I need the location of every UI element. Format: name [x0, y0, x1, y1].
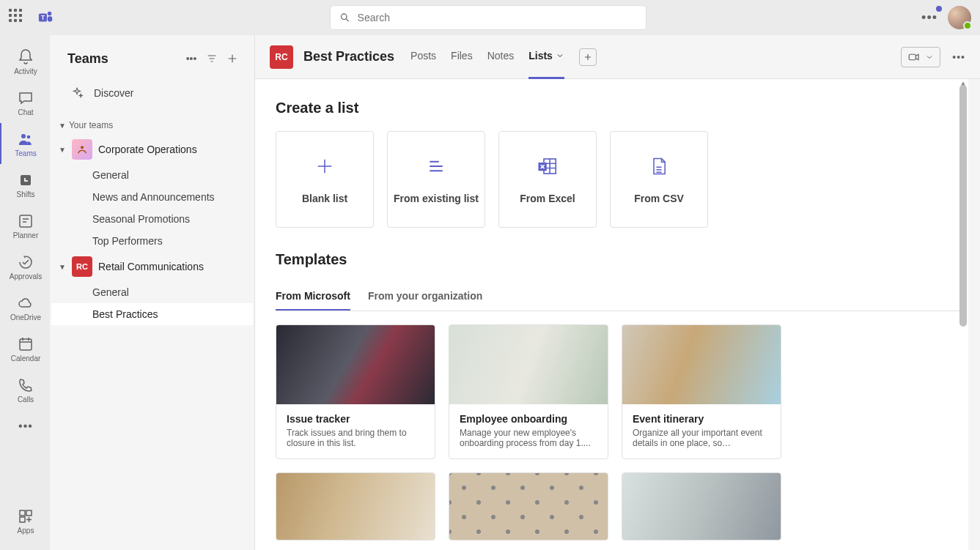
csv-icon [649, 155, 669, 177]
caret-down-icon: ▼ [59, 263, 66, 271]
meet-button[interactable] [901, 47, 940, 67]
rail-teams[interactable]: Teams [0, 123, 50, 164]
svg-point-4 [341, 14, 347, 20]
sidebar-title: Teams [67, 51, 181, 67]
sidebar-create-button[interactable] [222, 48, 243, 69]
settings-more-icon[interactable]: ••• [921, 10, 937, 26]
cloud-icon [17, 294, 34, 312]
discover-row[interactable]: Discover [50, 78, 254, 108]
people-icon [17, 130, 34, 148]
calendar-icon [17, 335, 34, 353]
your-teams-header[interactable]: ▼ Your teams [51, 117, 253, 135]
excel-icon [537, 155, 559, 177]
create-list-heading: Create a list [276, 100, 959, 116]
top-bar: T ••• [0, 0, 980, 35]
team-corporate-operations[interactable]: ▼ Corporate Operations [51, 135, 253, 164]
team-retail-communications[interactable]: ▼ RC Retail Communications [51, 252, 253, 281]
more-icon: ••• [186, 53, 197, 64]
user-avatar[interactable] [948, 6, 971, 29]
app-launcher-icon[interactable] [9, 9, 26, 26]
template-image [622, 325, 781, 404]
svg-rect-3 [48, 16, 52, 21]
search-input[interactable] [358, 12, 637, 23]
rail-calls[interactable]: Calls [0, 369, 50, 410]
bell-icon [17, 48, 34, 66]
tab-lists[interactable]: Lists [528, 35, 564, 79]
channel-general-co[interactable]: General [51, 164, 253, 186]
svg-rect-17 [910, 54, 916, 60]
team-avatar: RC [72, 256, 92, 277]
teams-sidebar: Teams ••• Discover ▼ Your teams ▼ [50, 35, 255, 550]
approvals-icon [17, 253, 34, 271]
lists-body: Create a list Blank list From existing l… [255, 79, 980, 550]
chevron-down-icon [925, 53, 934, 62]
template-tab-microsoft[interactable]: From Microsoft [276, 283, 350, 311]
create-from-excel[interactable]: From Excel [498, 131, 597, 228]
template-image [449, 473, 608, 540]
scrollbar-inner[interactable] [959, 85, 967, 327]
caret-down-icon: ▼ [59, 122, 66, 130]
template-issue-tracker[interactable]: Issue tracker Track issues and bring the… [276, 324, 435, 459]
scrollbar-outer[interactable] [968, 79, 980, 550]
create-blank-list[interactable]: Blank list [276, 131, 374, 228]
rail-calendar[interactable]: Calendar [0, 328, 50, 369]
svg-rect-10 [24, 180, 28, 182]
list-icon [425, 155, 447, 177]
plus-icon [583, 52, 593, 62]
rail-activity[interactable]: Activity [0, 41, 50, 82]
rail-planner[interactable]: Planner [0, 205, 50, 246]
plus-icon [226, 53, 238, 64]
tab-posts[interactable]: Posts [410, 35, 436, 79]
create-from-existing[interactable]: From existing list [387, 131, 485, 228]
template-image [276, 325, 435, 404]
header-more-button[interactable]: ••• [952, 51, 965, 63]
caret-down-icon: ▼ [59, 146, 66, 154]
template-employee-onboarding[interactable]: Employee onboarding Manage your new empl… [449, 324, 608, 459]
sidebar-more-button[interactable]: ••• [181, 48, 202, 69]
rail-approvals[interactable]: Approvals [0, 246, 50, 287]
svg-point-7 [27, 135, 31, 138]
rail-chat[interactable]: Chat [0, 82, 50, 123]
templates-heading: Templates [276, 251, 959, 268]
template-card-6[interactable] [622, 472, 781, 540]
svg-point-2 [48, 12, 52, 16]
video-icon [907, 51, 921, 64]
channel-title: Best Practices [303, 49, 394, 64]
channel-seasonal[interactable]: Seasonal Promotions [51, 208, 253, 230]
svg-rect-15 [20, 517, 25, 522]
tab-files[interactable]: Files [451, 35, 473, 79]
search-box[interactable] [331, 6, 646, 29]
sidebar-filter-button[interactable] [202, 48, 222, 69]
content-area: RC Best Practices Posts Files Notes List… [255, 35, 980, 550]
channel-avatar: RC [270, 45, 293, 69]
template-card-5[interactable] [449, 472, 608, 540]
channel-general-rc[interactable]: General [51, 281, 253, 303]
svg-text:T: T [41, 15, 45, 21]
create-from-csv[interactable]: From CSV [610, 131, 708, 228]
template-image [276, 473, 435, 540]
search-icon [339, 12, 350, 23]
channel-header: RC Best Practices Posts Files Notes List… [255, 35, 980, 79]
template-card-4[interactable] [276, 472, 435, 540]
svg-point-6 [21, 134, 26, 138]
rail-more[interactable]: ••• [0, 410, 50, 442]
rail-shifts[interactable]: Shifts [0, 164, 50, 205]
planner-icon [17, 212, 34, 230]
svg-point-16 [81, 146, 84, 149]
svg-rect-12 [20, 339, 32, 350]
svg-rect-13 [20, 510, 25, 516]
channel-best-practices[interactable]: Best Practices [51, 303, 253, 325]
filter-icon [206, 53, 218, 64]
add-tab-button[interactable] [579, 48, 597, 66]
plus-icon [314, 156, 335, 176]
rail-apps[interactable]: Apps [0, 500, 50, 541]
shifts-icon [17, 171, 34, 189]
template-event-itinerary[interactable]: Event itinerary Organize all your import… [622, 324, 781, 459]
presence-available-icon [963, 21, 972, 30]
tab-notes[interactable]: Notes [487, 35, 515, 79]
phone-icon [17, 376, 34, 394]
rail-onedrive[interactable]: OneDrive [0, 287, 50, 328]
channel-top-performers[interactable]: Top Performers [51, 230, 253, 252]
channel-news[interactable]: News and Announcements [51, 186, 253, 208]
template-tab-organization[interactable]: From your organization [368, 283, 482, 311]
